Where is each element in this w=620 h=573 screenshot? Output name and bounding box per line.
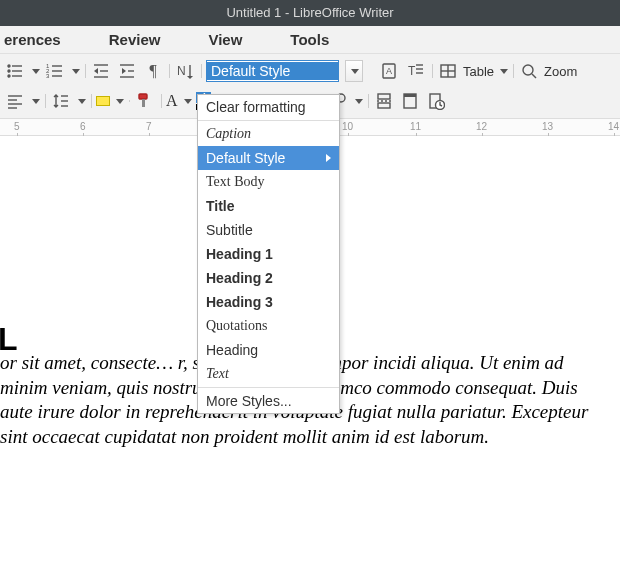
style-text-body[interactable]: Text Body	[198, 170, 339, 194]
style-default[interactable]: Default Style	[198, 146, 339, 170]
zoom-label[interactable]: Zoom	[544, 64, 577, 79]
ruler-tick: 10	[342, 121, 353, 132]
style-clear-formatting[interactable]: Clear formatting	[198, 95, 339, 119]
dropdown-caret[interactable]	[78, 99, 86, 104]
header-footer-icon[interactable]	[399, 90, 421, 112]
paragraph-style-dropdown-button[interactable]	[345, 60, 363, 82]
svg-point-0	[8, 65, 10, 67]
align-left-icon[interactable]	[4, 90, 26, 112]
dropdown-caret[interactable]	[32, 99, 40, 104]
svg-marker-13	[94, 68, 98, 74]
svg-point-2	[8, 70, 10, 72]
new-style-icon[interactable]: A	[379, 60, 401, 82]
heading-fragment: L	[0, 321, 18, 358]
bullet-list-icon[interactable]	[4, 60, 26, 82]
pilcrow-icon[interactable]: ¶	[142, 60, 164, 82]
table-icon[interactable]	[437, 60, 459, 82]
divider	[198, 120, 339, 121]
dropdown-caret[interactable]	[184, 99, 192, 104]
svg-text:T: T	[408, 64, 416, 78]
line-spacing-icon[interactable]	[50, 90, 72, 112]
style-heading-2[interactable]: Heading 2	[198, 266, 339, 290]
paragraph-style-field[interactable]	[207, 62, 338, 80]
increase-indent-icon[interactable]	[116, 60, 138, 82]
update-style-icon[interactable]: T	[405, 60, 427, 82]
svg-text:3: 3	[46, 73, 50, 79]
style-more-styles[interactable]: More Styles...	[198, 389, 339, 413]
dropdown-caret[interactable]	[72, 69, 80, 74]
svg-rect-52	[404, 94, 416, 97]
svg-text:N: N	[177, 64, 186, 78]
svg-text:A: A	[386, 66, 392, 76]
window-title-bar: Untitled 1 - LibreOffice Writer	[0, 0, 620, 26]
font-color-icon[interactable]: A	[166, 92, 178, 110]
window-title: Untitled 1 - LibreOffice Writer	[226, 5, 393, 20]
highlight-color-icon[interactable]	[96, 96, 110, 106]
zoom-icon[interactable]	[518, 60, 540, 82]
clone-formatting-icon[interactable]	[134, 90, 156, 112]
dropdown-caret[interactable]	[500, 69, 508, 74]
dropdown-caret[interactable]	[355, 99, 363, 104]
ruler-tick: 13	[542, 121, 553, 132]
svg-line-32	[532, 74, 536, 78]
menu-preferences[interactable]: erences	[4, 31, 61, 48]
style-subtitle[interactable]: Subtitle	[198, 218, 339, 242]
ruler-tick: 7	[146, 121, 152, 132]
dropdown-caret[interactable]	[32, 69, 40, 74]
style-text[interactable]: Text	[198, 362, 339, 386]
ruler-tick: 5	[14, 121, 20, 132]
menu-bar: erences Review View Tools	[0, 26, 620, 54]
svg-rect-41	[142, 99, 145, 107]
text-direction-icon[interactable]: N	[174, 60, 196, 82]
svg-marker-21	[187, 76, 193, 79]
svg-rect-50	[378, 103, 390, 108]
style-heading-1[interactable]: Heading 1	[198, 242, 339, 266]
paragraph-style-dropdown[interactable]: Clear formatting Caption Default Style T…	[197, 94, 340, 414]
style-quotations[interactable]: Quotations	[198, 314, 339, 338]
ruler-tick: 12	[476, 121, 487, 132]
paragraph-style-combo[interactable]	[206, 60, 339, 82]
divider	[198, 387, 339, 388]
recent-doc-icon[interactable]	[425, 90, 447, 112]
submenu-arrow-icon	[326, 154, 331, 162]
table-label[interactable]: Table	[463, 64, 494, 79]
svg-rect-48	[378, 94, 390, 99]
ruler-tick: 14	[608, 121, 619, 132]
svg-rect-40	[139, 94, 147, 99]
style-heading-3[interactable]: Heading 3	[198, 290, 339, 314]
menu-review[interactable]: Review	[109, 31, 161, 48]
number-list-icon[interactable]: 123	[44, 60, 66, 82]
page-break-icon[interactable]	[373, 90, 395, 112]
style-caption[interactable]: Caption	[198, 122, 339, 146]
ruler-tick: 6	[80, 121, 86, 132]
menu-tools[interactable]: Tools	[290, 31, 329, 48]
svg-marker-17	[122, 68, 126, 74]
toolbar-row-1: 123 ¶ N A T Table Zoom	[0, 56, 620, 86]
decrease-indent-icon[interactable]	[90, 60, 112, 82]
style-title[interactable]: Title	[198, 194, 339, 218]
style-heading[interactable]: Heading	[198, 338, 339, 362]
menu-view[interactable]: View	[208, 31, 242, 48]
svg-point-31	[523, 65, 533, 75]
svg-point-4	[8, 75, 10, 77]
dropdown-caret[interactable]	[116, 99, 124, 104]
ruler-tick: 11	[410, 121, 421, 132]
